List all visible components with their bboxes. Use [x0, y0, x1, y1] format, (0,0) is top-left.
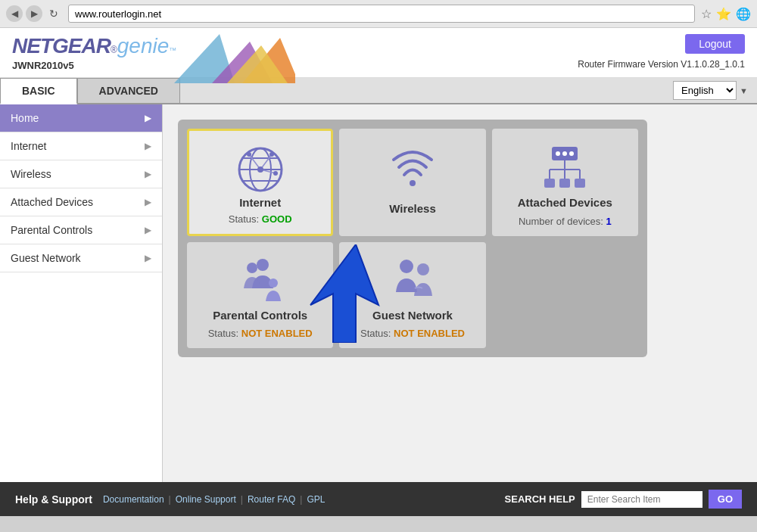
svg-point-12: [257, 166, 263, 173]
attached-arrow-icon: ▶: [145, 197, 151, 207]
sep-3: |: [300, 494, 302, 505]
footer: Help & Support Documentation | Online Su…: [0, 482, 757, 516]
dashboard-grid: Internet Status: GOOD: [178, 120, 647, 357]
main-content: Internet Status: GOOD: [163, 104, 757, 482]
attached-devices-icon: [538, 141, 591, 194]
card-attached-title: Attached Devices: [518, 196, 612, 209]
guest-network-icon: [386, 254, 439, 307]
sidebar-parental-label: Parental Controls: [11, 224, 92, 236]
star-icon[interactable]: ☆: [701, 7, 712, 21]
svg-rect-26: [559, 179, 570, 188]
svg-point-15: [273, 171, 278, 176]
sidebar-attached-label: Attached Devices: [11, 196, 93, 208]
sep-1: |: [169, 494, 171, 505]
svg-rect-24: [544, 179, 555, 188]
refresh-button[interactable]: ↻: [45, 5, 62, 22]
guest-arrow-icon: ▶: [145, 253, 151, 263]
registered-mark: ®: [111, 45, 117, 55]
card-wireless[interactable]: Wireless: [339, 129, 485, 236]
logout-button[interactable]: Logout: [685, 34, 745, 54]
gpl-link[interactable]: GPL: [307, 494, 325, 505]
svg-rect-28: [575, 179, 585, 188]
internet-arrow-icon: ▶: [145, 141, 151, 151]
svg-point-29: [257, 259, 269, 271]
wireless-arrow-icon: ▶: [145, 169, 151, 179]
card-parental-title: Parental Controls: [213, 309, 307, 322]
sidebar-item-parental-controls[interactable]: Parental Controls ▶: [0, 216, 162, 244]
parental-status-value: NOT ENABLED: [241, 328, 313, 339]
sidebar-home-label: Home: [11, 112, 39, 124]
router-faq-link[interactable]: Router FAQ: [248, 494, 295, 505]
go-button[interactable]: GO: [709, 490, 742, 509]
internet-status-value: GOOD: [262, 213, 292, 225]
tab-advanced[interactable]: ADVANCED: [77, 78, 180, 103]
sidebar-item-internet[interactable]: Internet ▶: [0, 132, 162, 160]
svg-point-32: [400, 260, 413, 273]
genie-brand: genie: [117, 34, 170, 58]
svg-point-18: [556, 151, 560, 156]
home-arrow-icon: ▶: [145, 113, 151, 123]
online-support-link[interactable]: Online Support: [176, 494, 236, 505]
sidebar-internet-label: Internet: [11, 140, 46, 152]
footer-right: SEARCH HELP GO: [505, 490, 742, 509]
logo-graphic: [174, 34, 295, 86]
svg-point-14: [269, 152, 274, 157]
bookmark-icon[interactable]: ⭐: [716, 7, 731, 21]
forward-button[interactable]: ▶: [26, 5, 42, 22]
svg-point-20: [569, 151, 574, 156]
card-internet[interactable]: Internet Status: GOOD: [187, 129, 333, 236]
svg-point-13: [247, 152, 251, 157]
svg-point-19: [562, 151, 567, 156]
sidebar-wireless-label: Wireless: [11, 168, 51, 180]
card-attached-devices[interactable]: Attached Devices Number of devices: 1: [492, 129, 638, 236]
card-parental-status: Status: NOT ENABLED: [208, 328, 313, 339]
netgear-brand: NETGEAR: [12, 34, 111, 58]
footer-left: Help & Support Documentation | Online Su…: [15, 493, 325, 506]
sidebar-item-guest-network[interactable]: Guest Network ▶: [0, 244, 162, 272]
sidebar-guest-label: Guest Network: [11, 252, 81, 264]
header-right: Logout Router Firmware Version V1.1.0.28…: [578, 34, 745, 70]
back-button[interactable]: ◀: [6, 5, 23, 22]
parental-controls-icon: [234, 254, 287, 307]
search-help-label: SEARCH HELP: [505, 493, 575, 505]
svg-point-31: [269, 278, 278, 288]
internet-icon: [234, 143, 287, 196]
card-attached-status: Number of devices: 1: [519, 216, 612, 227]
svg-point-16: [410, 180, 416, 186]
language-select[interactable]: English Español Français: [673, 81, 737, 100]
card-wireless-title: Wireless: [389, 202, 436, 215]
globe-icon[interactable]: 🌐: [736, 7, 751, 21]
lang-dropdown-arrow: ▼: [740, 86, 748, 95]
card-guest-status: Status: NOT ENABLED: [360, 328, 465, 339]
sep-2: |: [241, 494, 243, 505]
parental-arrow-icon: ▶: [145, 225, 151, 235]
help-support-label: Help & Support: [15, 493, 92, 506]
svg-point-30: [247, 263, 257, 273]
browser-icon-group: ☆ ⭐ 🌐: [701, 7, 751, 21]
sidebar-item-wireless[interactable]: Wireless ▶: [0, 160, 162, 188]
card-internet-title: Internet: [239, 196, 281, 209]
documentation-link[interactable]: Documentation: [103, 494, 164, 505]
sidebar: Home ▶ Internet ▶ Wireless ▶ Attached De…: [0, 104, 163, 482]
logo-area: NETGEAR ® genie ™ JWNR2010v5: [12, 34, 176, 71]
firmware-version: Router Firmware Version V1.1.0.28_1.0.1: [578, 59, 745, 70]
guest-status-value: NOT ENABLED: [394, 328, 465, 339]
card-guest-title: Guest Network: [372, 309, 453, 322]
svg-point-33: [417, 263, 429, 275]
wireless-icon: [386, 141, 439, 194]
attached-count-value: 1: [606, 216, 612, 227]
address-bar[interactable]: [68, 5, 695, 23]
card-parental-controls[interactable]: Parental Controls Status: NOT ENABLED: [187, 242, 333, 348]
tab-basic[interactable]: BASIC: [0, 78, 77, 104]
card-internet-status: Status: GOOD: [229, 213, 292, 225]
browser-chrome: ◀ ▶ ↻ ☆ ⭐ 🌐: [0, 0, 757, 28]
nav-buttons[interactable]: ◀ ▶ ↻: [6, 5, 62, 22]
sidebar-item-attached-devices[interactable]: Attached Devices ▶: [0, 188, 162, 216]
card-guest-network[interactable]: Guest Network Status: NOT ENABLED: [339, 242, 485, 348]
sidebar-item-home[interactable]: Home ▶: [0, 104, 162, 132]
search-input[interactable]: [581, 491, 702, 508]
page-header: NETGEAR ® genie ™ JWNR2010v5 Logout Rout…: [0, 28, 757, 78]
model-number: JWNR2010v5: [12, 60, 176, 71]
